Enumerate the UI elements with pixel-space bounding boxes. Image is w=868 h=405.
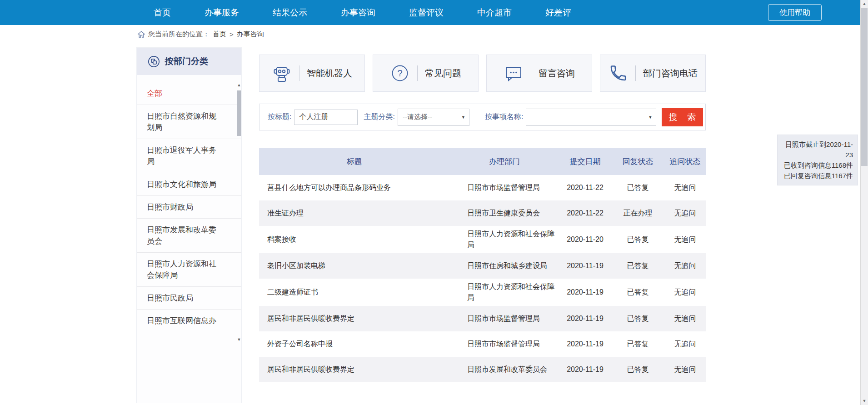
row-department: 日照市市场监督管理局 <box>450 182 559 193</box>
sidebar-item[interactable]: 日照市互联网信息办 <box>137 309 241 332</box>
row-title-link[interactable]: 外资子公司名称申报 <box>259 339 450 350</box>
sidebar-item[interactable]: 全部 <box>137 82 241 105</box>
robot-icon <box>272 63 292 83</box>
table-row[interactable]: 外资子公司名称申报 日照市市场监督管理局 2020-11-19 已答复 无追问 <box>259 331 706 357</box>
table-row[interactable]: 居民和非居民供暖收费界定 日照市市场监督管理局 2020-11-19 已答复 无… <box>259 306 706 331</box>
nav-item[interactable]: 办事服务 <box>205 7 239 19</box>
breadcrumb-prefix: 您当前所在的位置： <box>148 30 210 39</box>
row-reply-status: 已答复 <box>611 339 664 350</box>
row-reply-status: 已答复 <box>611 234 664 245</box>
nav-item[interactable]: 监督评议 <box>409 7 444 19</box>
header-follow-status: 追问状态 <box>664 156 706 167</box>
divider <box>531 65 531 81</box>
row-department: 日照市住房和城乡建设局 <box>450 260 559 271</box>
sidebar-item[interactable]: 日照市发展和改革委员会 <box>137 218 241 252</box>
consultation-table: 标题 办理部门 提交日期 回复状态 追问状态 莒县什么地方可以办理商品条形码业务… <box>259 148 706 382</box>
row-title-link[interactable]: 莒县什么地方可以办理商品条形码业务 <box>259 182 450 193</box>
nav-item[interactable]: 中介超市 <box>477 7 512 19</box>
row-date: 2020-11-22 <box>559 208 611 219</box>
row-date: 2020-11-19 <box>559 339 611 350</box>
sidebar-scrollbar[interactable]: ▲ ▼ <box>236 82 242 342</box>
scroll-up-icon[interactable]: ▲ <box>236 82 242 88</box>
row-reply-status: 已答复 <box>611 182 664 193</box>
row-title-link[interactable]: 二级建造师证书 <box>259 287 450 298</box>
table-body: 莒县什么地方可以办理商品条形码业务 日照市市场监督管理局 2020-11-22 … <box>259 175 706 382</box>
scroll-up-icon[interactable]: ▲ <box>861 0 868 8</box>
sidebar-header: 按部门分类 <box>137 48 241 75</box>
table-row[interactable]: 二级建造师证书 日照市人力资源和社会保障局 2020-11-19 已答复 无追问 <box>259 279 706 306</box>
phone-icon <box>608 63 628 83</box>
action-tabs: 智能机器人 ? 常见问题 <box>259 55 706 92</box>
table-row[interactable]: 老旧小区加装电梯 日照市住房和城乡建设局 2020-11-19 已答复 无追问 <box>259 253 706 279</box>
tab-label: 智能机器人 <box>307 67 352 80</box>
table-row[interactable]: 莒县什么地方可以办理商品条形码业务 日照市市场监督管理局 2020-11-22 … <box>259 175 706 200</box>
title-search-input[interactable] <box>294 110 358 125</box>
row-reply-status: 正在办理 <box>611 208 664 219</box>
row-title-link[interactable]: 居民和非居民供暖收费界定 <box>259 364 450 375</box>
row-department: 日照市人力资源和社会保障局 <box>450 281 559 303</box>
scroll-down-icon[interactable]: ▼ <box>236 337 242 342</box>
row-date: 2020-11-19 <box>559 260 611 271</box>
nav-item[interactable]: 首页 <box>154 7 171 19</box>
page: 首页 办事服务 结果公示 办事咨询 监督评议 中介超市 好差评 使用帮助 您当前… <box>0 0 868 405</box>
tab-message-consult[interactable]: 留言咨询 <box>486 55 592 92</box>
row-department: 日照市发展和改革委员会 <box>450 364 559 375</box>
sidebar-item[interactable]: 日照市自然资源和规划局 <box>137 105 241 139</box>
row-date: 2020-11-22 <box>559 182 611 193</box>
main-content: 智能机器人 ? 常见问题 <box>259 55 706 382</box>
nav-item[interactable]: 好差评 <box>545 7 571 19</box>
sidebar-item[interactable]: 日照市人力资源和社会保障局 <box>137 252 241 286</box>
row-follow-status: 无追问 <box>664 182 706 193</box>
row-title-link[interactable]: 档案接收 <box>259 234 450 245</box>
nav-item[interactable]: 办事咨询 <box>341 7 375 19</box>
tab-label: 部门咨询电话 <box>643 67 698 80</box>
tab-smart-robot[interactable]: 智能机器人 <box>259 55 365 92</box>
sidebar-department-filter: 按部门分类 全部 日照市自然资源和规划局 日照市退役军人事务局 日照市文化和旅游… <box>136 47 242 403</box>
tab-faq[interactable]: ? 常见问题 <box>373 55 479 92</box>
sidebar-item[interactable]: 日照市文化和旅游局 <box>137 173 241 195</box>
row-title-link[interactable]: 居民和非居民供暖收费界定 <box>259 313 450 324</box>
divider <box>635 65 636 81</box>
sidebar-title: 按部门分类 <box>165 55 208 67</box>
scroll-down-icon[interactable]: ▼ <box>861 397 868 405</box>
breadcrumb: 您当前所在的位置： 首页 > 办事咨询 <box>138 28 264 40</box>
row-follow-status: 无追问 <box>664 364 706 375</box>
row-date: 2020-11-20 <box>559 234 611 245</box>
row-title-link[interactable]: 老旧小区加装电梯 <box>259 260 450 271</box>
row-follow-status: 无追问 <box>664 260 706 271</box>
item-name-select[interactable]: ▼ <box>526 109 656 126</box>
header-reply-status: 回复状态 <box>611 156 664 167</box>
message-icon <box>504 63 524 83</box>
search-button[interactable]: 搜 索 <box>662 108 703 126</box>
row-reply-status: 已答复 <box>611 364 664 375</box>
sidebar-item[interactable]: 日照市退役军人事务局 <box>137 139 241 173</box>
table-row[interactable]: 档案接收 日照市人力资源和社会保障局 2020-11-20 已答复 无追问 <box>259 226 706 253</box>
title-filter-label: 按标题: <box>268 112 291 122</box>
search-bar: 按标题: 主题分类: --请选择-- ▼ 按事项名称: ▼ 搜 索 <box>259 104 706 130</box>
row-title-link[interactable]: 准生证办理 <box>259 208 450 219</box>
table-row[interactable]: 准生证办理 日照市卫生健康委员会 2020-11-22 正在办理 无追问 <box>259 200 706 226</box>
category-select[interactable]: --请选择-- ▼ <box>398 109 469 126</box>
question-icon: ? <box>390 63 410 83</box>
page-scroll-thumb[interactable] <box>861 8 868 166</box>
row-follow-status: 无追问 <box>664 234 706 245</box>
row-department: 日照市市场监督管理局 <box>450 339 559 350</box>
breadcrumb-home-link[interactable]: 首页 <box>213 30 226 39</box>
page-scrollbar[interactable]: ▲ ▼ <box>860 0 868 405</box>
category-filter-label: 主题分类: <box>364 112 394 122</box>
tab-phone-consult[interactable]: 部门咨询电话 <box>600 55 706 92</box>
chevron-down-icon: ▼ <box>648 115 652 120</box>
row-follow-status: 无追问 <box>664 313 706 324</box>
table-row[interactable]: 居民和非居民供暖收费界定 日照市发展和改革委员会 2020-11-19 已答复 … <box>259 357 706 382</box>
row-date: 2020-11-19 <box>559 364 611 375</box>
sidebar-item[interactable]: 日照市财政局 <box>137 195 241 218</box>
divider <box>299 65 299 81</box>
help-button[interactable]: 使用帮助 <box>768 4 822 21</box>
nav-item[interactable]: 结果公示 <box>273 7 307 19</box>
row-date: 2020-11-19 <box>559 313 611 324</box>
sidebar-scroll-thumb[interactable] <box>237 90 241 136</box>
breadcrumb-separator: > <box>229 30 234 38</box>
sidebar-item[interactable]: 日照市民政局 <box>137 286 241 309</box>
breadcrumb-current: 办事咨询 <box>237 30 264 39</box>
tab-label: 常见问题 <box>425 67 461 80</box>
